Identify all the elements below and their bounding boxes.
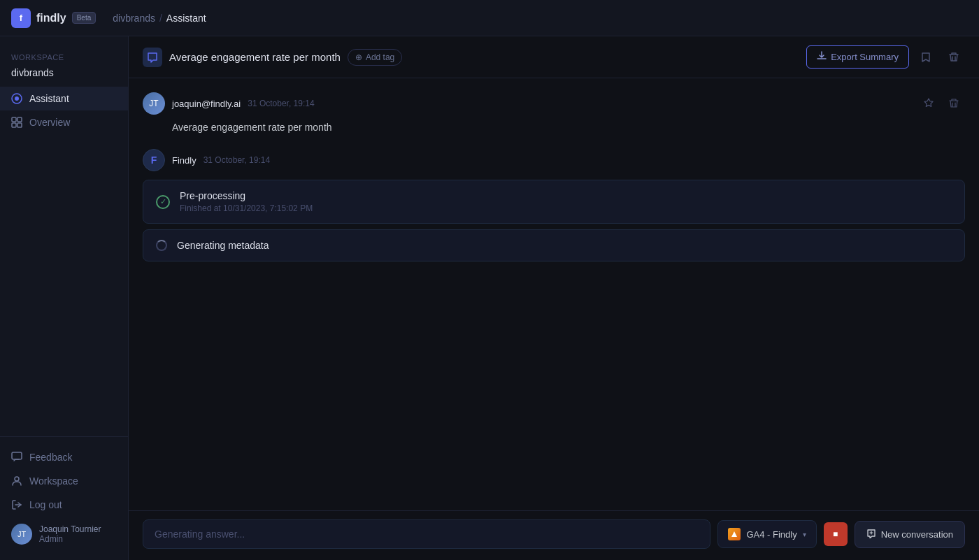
findly-name: Findly [172,155,196,166]
delete-conv-button[interactable] [943,46,965,69]
bookmark-button[interactable] [915,46,937,69]
user-message: JT joaquin@findly.ai 31 October, 19:14 A… [143,92,965,135]
message-time: 31 October, 19:14 [248,99,314,108]
logo-text: findly [36,12,66,24]
stop-button[interactable]: ■ [824,522,848,546]
conv-header: Average engagement rate per month ⊕ Add … [129,36,979,78]
svg-rect-2 [12,117,16,122]
sidebar-item-assistant-label: Assistant [29,93,69,104]
svg-rect-5 [17,123,22,127]
logo-icon: f [11,8,31,28]
step-preprocessing-detail: Finished at 10/31/2023, 7:15:02 PM [180,203,313,213]
sidebar: Workspace divbrands Assistant [0,36,129,560]
export-label: Export Summary [831,52,899,62]
export-icon [817,51,827,63]
main-layout: Workspace divbrands Assistant [0,36,979,560]
step-preprocessing-name: Pre-processing [180,190,313,201]
conv-title: Average engagement rate per month [169,51,341,63]
new-conv-icon [866,529,876,540]
user-message-meta: JT joaquin@findly.ai 31 October, 19:14 [143,92,923,115]
sidebar-item-overview-label: Overview [29,117,70,128]
sidebar-item-workspace[interactable]: Workspace [0,469,128,493]
source-icon [728,528,741,540]
chevron-down-icon: ▾ [803,531,806,538]
workspace-name: divbrands [0,64,128,87]
avatar: JT [11,524,32,545]
star-message-button[interactable] [917,92,940,115]
source-selector[interactable]: GA4 - Findly ▾ [717,520,816,548]
svg-point-1 [15,96,19,101]
source-label: GA4 - Findly [746,529,796,540]
tag-icon: ⊕ [355,52,362,62]
step-spinner [156,240,167,251]
conv-header-left: Average engagement rate per month ⊕ Add … [143,48,806,67]
findly-meta: F Findly 31 October, 19:14 [143,149,965,171]
findly-message: F Findly 31 October, 19:14 ✓ Pre-process… [143,149,965,267]
sidebar-item-logout[interactable]: Log out [0,493,128,517]
stop-icon: ■ [833,529,838,539]
beta-badge: Beta [72,12,97,24]
feedback-icon [11,452,22,463]
sidebar-bottom: Feedback Workspace [0,436,128,560]
content-area: Average engagement rate per month ⊕ Add … [129,36,979,560]
user-role: Admin [39,534,101,544]
logout-icon [11,499,22,510]
message-author: joaquin@findly.ai [172,99,241,109]
logo-area: f findly Beta [11,8,96,28]
svg-rect-6 [12,452,22,459]
breadcrumb-workspace[interactable]: divbrands [113,13,155,24]
step-metadata: Generating metadata [143,229,965,261]
svg-point-7 [15,477,19,481]
conv-header-right: Export Summary [806,45,965,69]
sidebar-item-workspace-label: Workspace [29,475,78,487]
findly-time: 31 October, 19:14 [203,155,270,165]
add-tag-button[interactable]: ⊕ Add tag [348,49,402,66]
workspace-icon [11,475,22,487]
breadcrumb-current: Assistant [166,13,206,24]
chat-icon [143,48,162,67]
breadcrumb-separator: / [159,13,162,24]
user-info: Joaquin Tournier Admin [39,524,101,544]
step-preprocessing: ✓ Pre-processing Finished at 10/31/2023,… [143,180,965,224]
topbar: f findly Beta divbrands / Assistant [0,0,979,36]
input-placeholder: Generating answer... [155,529,245,540]
messages-area: JT joaquin@findly.ai 31 October, 19:14 A… [129,78,979,510]
step-metadata-info: Generating metadata [177,240,269,251]
new-conv-label: New conversation [881,529,953,540]
workspace-label: Workspace [0,45,128,64]
assistant-icon [11,93,22,104]
export-summary-button[interactable]: Export Summary [806,45,909,69]
svg-rect-3 [17,117,22,122]
user-name: Joaquin Tournier [39,524,101,534]
step-metadata-name: Generating metadata [177,240,269,251]
input-area[interactable]: Generating answer... [143,519,710,549]
svg-rect-4 [12,123,16,127]
message-actions [917,92,965,115]
sidebar-nav: Workspace divbrands Assistant [0,36,128,436]
step-preprocessing-info: Pre-processing Finished at 10/31/2023, 7… [180,190,313,213]
sidebar-item-feedback[interactable]: Feedback [0,445,128,469]
sidebar-item-logout-label: Log out [29,499,62,510]
message-body: Average engagement rate per month [172,120,923,135]
sidebar-item-assistant[interactable]: Assistant [0,87,128,110]
sidebar-user: JT Joaquin Tournier Admin [0,517,128,552]
bottom-bar: Generating answer... GA4 - Findly ▾ ■ [129,510,979,560]
overview-icon [11,117,22,128]
step-check-done: ✓ [156,195,170,209]
findly-avatar: F [143,149,165,171]
sidebar-item-feedback-label: Feedback [29,452,72,463]
user-message-avatar: JT [143,92,165,115]
sidebar-item-overview[interactable]: Overview [0,110,128,134]
delete-message-button[interactable] [943,92,965,115]
new-conversation-button[interactable]: New conversation [855,521,965,548]
breadcrumb: divbrands / Assistant [113,13,206,24]
